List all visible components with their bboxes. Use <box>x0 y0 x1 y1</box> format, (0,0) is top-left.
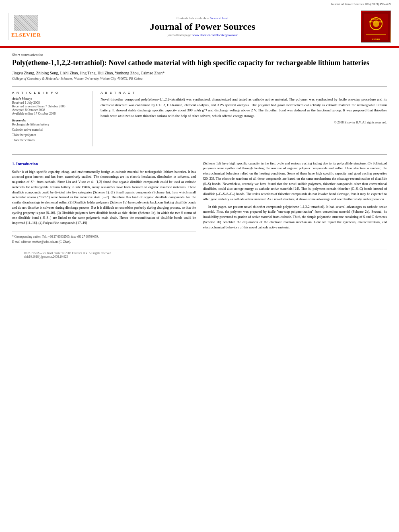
journal-info-center: Contents lists available at ScienceDirec… <box>44 16 361 37</box>
article-info-heading: A R T I C L E I N F O <box>12 91 86 94</box>
keywords-label: Keywords: <box>12 119 86 122</box>
keywords-group: Keywords: Rechargeable lithium battery C… <box>12 119 86 143</box>
footer-line2: doi:10.1016/j.jpowsour.2008.10.023 <box>24 255 375 259</box>
available-date: Available online 17 October 2008 <box>12 112 86 115</box>
revised-date: Received in revised form 7 October 2008 <box>12 105 86 108</box>
accepted-date: Accepted 8 October 2008 <box>12 108 86 112</box>
abstract-text: Novel thioether compound poly(ethene-1,1… <box>101 97 387 119</box>
page: Journal of Power Sources 186 (2009) 496–… <box>0 0 399 532</box>
body-left-column: 1. Introduction Sulfur is of high specif… <box>12 161 196 245</box>
keyword-1: Rechargeable lithium battery <box>12 122 86 127</box>
elsevier-tree-icon <box>14 15 38 31</box>
journal-thumbnail: POWER JOURNAL OF POWER SOURCES <box>361 10 391 43</box>
history-label: Article history: <box>12 97 86 101</box>
keyword-4: Thioether cations <box>12 138 86 143</box>
homepage-label: journal homepage: <box>167 33 191 37</box>
authors: Jingyu Zhang, Zhiping Song, Lizhi Zhan, … <box>12 71 387 75</box>
footnote-area: * Corresponding author. Tel.: +86 27 638… <box>12 232 196 244</box>
body-divider <box>12 154 387 155</box>
sciencedirect-line: Contents lists available at ScienceDirec… <box>50 16 355 20</box>
footnote-email: E-mail address: cmzhan@whu.edu.cn (C. Zh… <box>12 240 196 244</box>
article-type-label: Short communication <box>12 53 387 57</box>
footnote-star: * Corresponding author. Tel.: +86 27 638… <box>12 234 196 239</box>
svg-text:POWER SOURCES: POWER SOURCES <box>369 21 383 23</box>
journal-ref-text: Journal of Power Sources 186 (2009) 496–… <box>331 2 391 6</box>
elsevier-wordmark: ELSEVIER <box>10 32 42 38</box>
keyword-3: Thioether polymer <box>12 133 86 138</box>
svg-text:POWER: POWER <box>372 38 380 40</box>
article-meta-row: A R T I C L E I N F O Article history: R… <box>12 91 387 146</box>
keyword-2: Cathode active material <box>12 127 86 133</box>
article-title: Poly(ethene-1,1,2,2-tetrathiol): Novel c… <box>12 58 387 68</box>
keywords-list: Rechargeable lithium battery Cathode act… <box>12 122 86 143</box>
journal-cover-image: POWER JOURNAL OF POWER SOURCES <box>361 10 391 43</box>
homepage-line: journal homepage: www.elsevier.com/locat… <box>50 33 355 37</box>
intro-para1: Sulfur is of high specific capacity, che… <box>12 169 196 226</box>
intro-para3: In this paper, we present novel thioethe… <box>203 204 387 230</box>
journal-reference: Journal of Power Sources 186 (2009) 496–… <box>0 0 399 7</box>
main-content: Short communication Poly(ethene-1,1,2,2-… <box>0 48 399 267</box>
journal-title: Journal of Power Sources <box>50 21 355 32</box>
affiliation: College of Chemistry & Molecular Science… <box>12 76 387 80</box>
bottom-footer: 0378-7753/$ – see front matter © 2008 El… <box>12 249 387 261</box>
section-divider <box>12 86 387 87</box>
abstract-column: A B S T R A C T Novel thioether compound… <box>101 91 387 146</box>
footer-line1: 0378-7753/$ – see front matter © 2008 El… <box>24 251 375 255</box>
svg-text:JOURNAL OF: JOURNAL OF <box>371 18 381 20</box>
homepage-url[interactable]: www.elsevier.com/locate/jpowsour <box>192 33 237 37</box>
contents-label: Contents lists available at <box>177 16 210 20</box>
intro-section-title: 1. Introduction <box>12 161 196 167</box>
received-date: Received 1 July 2008 <box>12 101 86 105</box>
body-two-column: 1. Introduction Sulfur is of high specif… <box>12 161 387 245</box>
article-info-column: A R T I C L E I N F O Article history: R… <box>12 91 93 146</box>
elsevier-logo: ELSEVIER <box>8 13 44 40</box>
journal-header: ELSEVIER Contents lists available at Sci… <box>0 7 399 47</box>
sciencedirect-link[interactable]: ScienceDirect <box>210 16 228 20</box>
abstract-heading: A B S T R A C T <box>101 91 387 94</box>
body-right-column: (Scheme 1d) have high specific capacity … <box>203 161 387 245</box>
svg-rect-4 <box>366 34 386 35</box>
intro-para2: (Scheme 1d) have high specific capacity … <box>203 161 387 202</box>
abstract-copyright: © 2008 Elsevier B.V. All rights reserved… <box>101 121 387 124</box>
article-history-group: Article history: Received 1 July 2008 Re… <box>12 97 86 115</box>
